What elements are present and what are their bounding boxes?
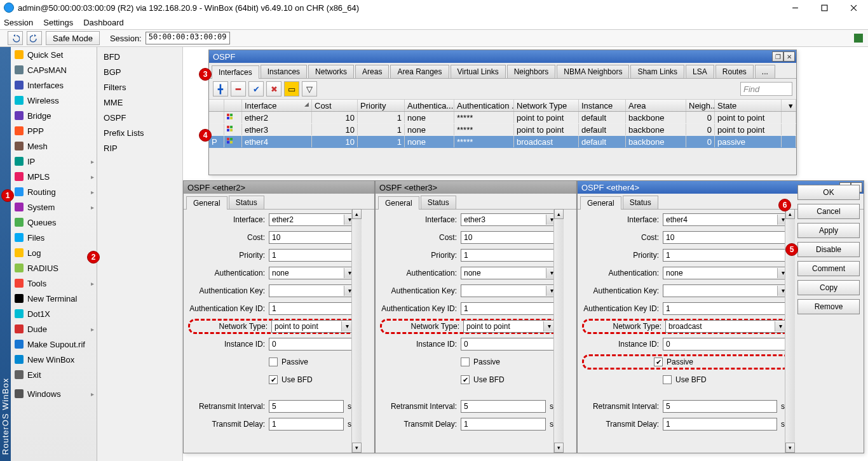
copy-button[interactable]: Copy bbox=[797, 280, 860, 295]
interface-field[interactable]: ether4 bbox=[663, 213, 790, 226]
cancel-button[interactable]: Cancel bbox=[797, 204, 860, 219]
detail-window-header[interactable]: OSPF <ether3> bbox=[376, 181, 576, 194]
col-networktype[interactable]: Network Type bbox=[514, 100, 579, 111]
retransmit-interval-field[interactable]: 5 bbox=[269, 400, 344, 413]
close-button[interactable] bbox=[839, 0, 868, 15]
tab-lsa[interactable]: LSA bbox=[686, 65, 714, 78]
menu-dashboard[interactable]: Dashboard bbox=[83, 18, 124, 27]
nav-radius[interactable]: RADIUS bbox=[11, 260, 97, 276]
col-area[interactable]: Area bbox=[626, 100, 686, 111]
filter-button[interactable]: ▽ bbox=[302, 81, 317, 97]
find-input[interactable]: Find bbox=[740, 82, 792, 96]
apply-button[interactable]: Apply bbox=[797, 223, 860, 238]
nav-dot1x[interactable]: Dot1X bbox=[11, 306, 97, 321]
tab-general[interactable]: General bbox=[378, 196, 419, 210]
nav-new-terminal[interactable]: New Terminal bbox=[11, 291, 97, 306]
auth-key-id-field[interactable]: 1 bbox=[269, 302, 356, 315]
scrollbar[interactable]: ▴▾ bbox=[553, 209, 564, 453]
tab-instances[interactable]: Instances bbox=[261, 65, 307, 78]
scroll-down-button[interactable]: ▾ bbox=[352, 443, 362, 453]
submenu-bgp[interactable]: BGP bbox=[97, 64, 182, 79]
submenu-rip[interactable]: RIP bbox=[97, 140, 182, 156]
menu-session[interactable]: Session bbox=[4, 18, 33, 27]
cost-field[interactable]: 10 bbox=[663, 231, 790, 244]
nav-capsman[interactable]: CAPsMAN bbox=[11, 62, 97, 77]
priority-field[interactable]: 1 bbox=[461, 249, 559, 262]
maximize-button[interactable] bbox=[810, 0, 839, 15]
priority-field[interactable]: 1 bbox=[663, 249, 790, 262]
nav-make-supout.rif[interactable]: Make Supout.rif bbox=[11, 337, 97, 352]
submenu-mme[interactable]: MME bbox=[97, 95, 182, 110]
submenu-ospf[interactable]: OSPF bbox=[97, 110, 182, 125]
instance-id-field[interactable]: 0 bbox=[269, 338, 356, 351]
cost-field[interactable]: 10 bbox=[269, 231, 356, 244]
auth-key-id-field[interactable]: 1 bbox=[663, 302, 790, 315]
nav-windows[interactable]: Windows▸ bbox=[11, 386, 97, 401]
col-flag[interactable] bbox=[224, 100, 242, 111]
nav-mpls[interactable]: MPLS▸ bbox=[11, 169, 97, 184]
scrollbar[interactable]: ▴▾ bbox=[351, 209, 362, 453]
authentication-field[interactable]: none bbox=[269, 267, 356, 279]
col-interface[interactable]: Interface◢ bbox=[242, 100, 312, 111]
auth-key-field[interactable] bbox=[269, 284, 356, 297]
enable-button[interactable]: ✔ bbox=[248, 81, 264, 97]
scroll-down-button[interactable]: ▾ bbox=[554, 443, 564, 453]
col-priority[interactable]: Priority bbox=[358, 100, 405, 111]
nav-dude[interactable]: Dude▸ bbox=[11, 321, 97, 337]
remove-button[interactable]: ━ bbox=[231, 81, 246, 97]
nav-new-winbox[interactable]: New WinBox bbox=[11, 352, 97, 367]
use-bfd-checkbox[interactable]: ✔ bbox=[461, 375, 470, 384]
nav-mesh[interactable]: Mesh bbox=[11, 138, 97, 154]
comment-button[interactable]: ▭ bbox=[284, 81, 299, 97]
submenu-bfd[interactable]: BFD bbox=[97, 49, 182, 64]
remove-button[interactable]: Remove bbox=[797, 299, 860, 314]
tab-general[interactable]: General bbox=[186, 196, 227, 210]
table-row[interactable]: ether2 10 1 none ***** point to point de… bbox=[209, 112, 796, 124]
auth-key-field[interactable] bbox=[663, 284, 790, 297]
col-menu[interactable]: ▾ bbox=[782, 100, 796, 111]
nav-ip[interactable]: IP▸ bbox=[11, 154, 97, 169]
priority-field[interactable]: 1 bbox=[269, 249, 356, 262]
nav-exit[interactable]: Exit bbox=[11, 367, 97, 382]
submenu-filters[interactable]: Filters bbox=[97, 79, 182, 95]
nav-tools[interactable]: Tools▸ bbox=[11, 276, 97, 291]
undo-button[interactable] bbox=[8, 31, 23, 45]
scroll-up-button[interactable]: ▴ bbox=[352, 209, 362, 219]
col-cost[interactable]: Cost bbox=[312, 100, 358, 111]
table-row[interactable]: P ether4 10 1 none ***** broadcast defau… bbox=[209, 136, 796, 148]
submenu-prefix-lists[interactable]: Prefix Lists bbox=[97, 125, 182, 140]
passive-checkbox[interactable] bbox=[461, 357, 470, 366]
scroll-up-button[interactable]: ▴ bbox=[554, 209, 564, 219]
nav-wireless[interactable]: Wireless bbox=[11, 93, 97, 108]
nav-system[interactable]: System▸ bbox=[11, 199, 97, 215]
instance-id-field[interactable]: 0 bbox=[461, 338, 559, 351]
network-type-field[interactable]: broadcast bbox=[665, 320, 787, 333]
tab-neighbors[interactable]: Neighbors bbox=[507, 65, 556, 78]
nav-quick-set[interactable]: Quick Set bbox=[11, 47, 97, 62]
nav-log[interactable]: Log bbox=[11, 245, 97, 260]
nav-ppp[interactable]: PPP bbox=[11, 123, 97, 138]
transmit-delay-field[interactable]: 1 bbox=[269, 418, 344, 431]
tab-status[interactable]: Status bbox=[421, 196, 456, 209]
col-instance[interactable]: Instance bbox=[579, 100, 626, 111]
detail-window-header[interactable]: OSPF <ether2> bbox=[184, 181, 374, 194]
ospf-window-header[interactable]: OSPF ❐ ✕ bbox=[209, 50, 796, 63]
tab-virtual-links[interactable]: Virtual Links bbox=[451, 65, 506, 78]
minimize-button[interactable] bbox=[780, 0, 810, 15]
tab-areas[interactable]: Areas bbox=[355, 65, 389, 78]
network-type-field[interactable]: point to point bbox=[463, 320, 556, 333]
tab-status[interactable]: Status bbox=[623, 196, 658, 209]
nav-bridge[interactable]: Bridge bbox=[11, 108, 97, 123]
authentication-field[interactable]: none bbox=[461, 267, 559, 279]
use-bfd-checkbox[interactable]: ✔ bbox=[269, 375, 278, 384]
network-type-field[interactable]: point to point bbox=[271, 320, 354, 333]
comment-button[interactable]: Comment bbox=[797, 261, 860, 276]
nav-queues[interactable]: Queues bbox=[11, 215, 97, 230]
ok-button[interactable]: OK bbox=[797, 185, 860, 200]
tab-general[interactable]: General bbox=[580, 196, 621, 210]
retransmit-interval-field[interactable]: 5 bbox=[663, 400, 777, 413]
interface-field[interactable]: ether3 bbox=[461, 213, 559, 226]
safe-mode-button[interactable]: Safe Mode bbox=[46, 31, 100, 45]
tab-sham-links[interactable]: Sham Links bbox=[630, 65, 684, 78]
instance-id-field[interactable]: 0 bbox=[663, 338, 790, 351]
